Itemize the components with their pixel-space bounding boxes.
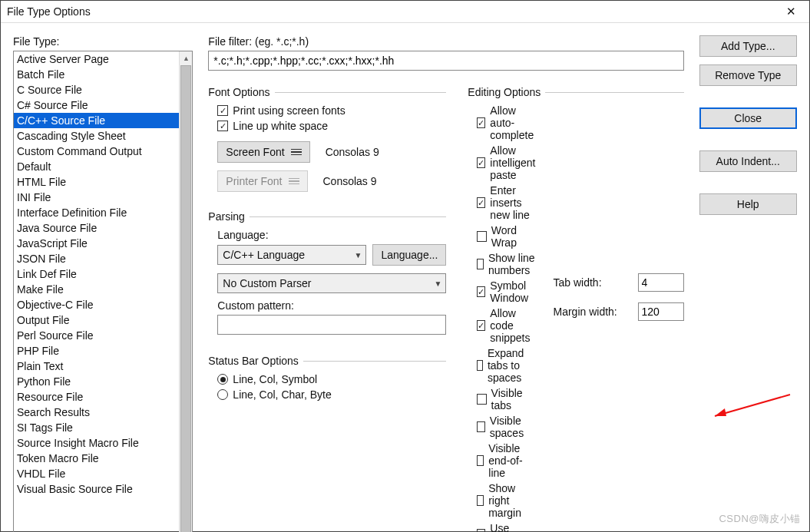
parsing-title: Parsing xyxy=(208,210,244,223)
margin-width-label: Margin width: xyxy=(554,306,617,318)
list-item[interactable]: C/C++ Source File xyxy=(14,113,179,128)
list-item[interactable]: Token Macro File xyxy=(14,451,179,466)
right-button-panel: Add Type... Remove Type Close Auto Inden… xyxy=(699,35,798,532)
custom-parser-combo[interactable]: No Custom Parser▼ xyxy=(217,273,446,293)
chevron-down-icon: ▼ xyxy=(350,251,365,259)
list-item[interactable]: Output File xyxy=(14,312,179,328)
column-right: Editing Options Allow auto-complete Allo… xyxy=(468,86,683,532)
visible-eol-checkbox[interactable] xyxy=(477,455,484,466)
tab-width-input[interactable] xyxy=(638,273,684,292)
custom-pattern-label: Custom pattern: xyxy=(217,299,446,312)
list-item[interactable]: SI Tags File xyxy=(14,420,179,435)
status-opt2-label: Line, Col, Char, Byte xyxy=(233,388,331,401)
status-opt1-label: Line, Col, Symbol xyxy=(233,373,317,385)
enter-inserts-newline-checkbox[interactable] xyxy=(477,197,485,208)
list-item[interactable]: Interface Definition File xyxy=(14,205,179,220)
line-up-whitespace-label: Line up white space xyxy=(233,120,328,132)
list-item[interactable]: JSON File xyxy=(14,251,179,266)
visible-spaces-checkbox[interactable] xyxy=(477,421,484,432)
list-item[interactable]: Active Server Page xyxy=(14,51,179,67)
watermark: CSDN@嗨皮小锚 xyxy=(719,512,801,526)
list-item[interactable]: Python File xyxy=(14,374,179,389)
list-item[interactable]: VHDL File xyxy=(14,466,179,481)
expand-tabs-checkbox[interactable] xyxy=(477,360,483,371)
list-item[interactable]: Cascading Style Sheet xyxy=(14,128,179,144)
list-item[interactable]: Perl Source File xyxy=(14,328,179,343)
printer-font-value: Consolas 9 xyxy=(323,175,377,187)
symbol-window-checkbox[interactable] xyxy=(477,286,485,297)
allow-auto-complete-checkbox[interactable] xyxy=(477,117,485,128)
allow-code-snippets-checkbox[interactable] xyxy=(477,320,485,331)
menu-icon xyxy=(289,177,299,187)
list-item[interactable]: Batch File xyxy=(14,67,179,82)
use-overview-checkbox[interactable] xyxy=(477,529,485,532)
list-item[interactable]: Resource File xyxy=(14,389,179,405)
line-up-whitespace-checkbox[interactable] xyxy=(217,121,228,131)
font-options-title: Font Options xyxy=(208,86,269,98)
print-screen-fonts-checkbox[interactable] xyxy=(217,105,228,116)
word-wrap-checkbox[interactable] xyxy=(477,231,486,242)
list-item[interactable]: Link Def File xyxy=(14,266,179,282)
show-line-numbers-checkbox[interactable] xyxy=(477,259,484,269)
add-type-button[interactable]: Add Type... xyxy=(699,35,798,57)
window-title: File Type Options xyxy=(7,5,774,18)
show-right-margin-checkbox[interactable] xyxy=(477,495,484,506)
scroll-thumb[interactable] xyxy=(180,65,191,532)
list-item[interactable]: Objective-C File xyxy=(14,297,179,312)
scrollbar-vertical[interactable]: ▲ ▼ xyxy=(179,51,192,532)
dialog-content: File Type: Active Server PageBatch FileC… xyxy=(1,23,809,532)
list-item[interactable]: Visual Basic Source File xyxy=(14,481,179,497)
column-left: Font Options Print using screen fonts Li… xyxy=(208,86,446,532)
list-item[interactable]: Java Source File xyxy=(14,220,179,236)
menu-icon xyxy=(291,147,302,157)
list-item[interactable]: C Source File xyxy=(14,82,179,97)
center-panel: File filter: (eg. *.c;*.h) Font Options … xyxy=(208,35,683,532)
close-icon[interactable]: ✕ xyxy=(774,1,808,22)
list-item[interactable]: PHP File xyxy=(14,343,179,359)
language-button[interactable]: Language... xyxy=(372,244,446,266)
list-item[interactable]: Search Results xyxy=(14,405,179,420)
margin-width-input[interactable] xyxy=(638,302,684,321)
list-item[interactable]: Default xyxy=(14,159,179,174)
list-item[interactable]: INI File xyxy=(14,190,179,205)
screen-font-button[interactable]: Screen Font xyxy=(217,141,309,163)
status-linecol-symbol-radio[interactable] xyxy=(217,374,228,385)
titlebar: File Type Options ✕ xyxy=(1,1,809,23)
printer-font-button[interactable]: Printer Font xyxy=(217,170,307,192)
file-filter-input[interactable] xyxy=(208,51,683,71)
scroll-up-icon[interactable]: ▲ xyxy=(180,51,192,64)
remove-type-button[interactable]: Remove Type xyxy=(699,64,798,86)
list-item[interactable]: Make File xyxy=(14,282,179,297)
list-item[interactable]: Source Insight Macro File xyxy=(14,435,179,451)
custom-pattern-input[interactable] xyxy=(217,315,446,335)
visible-tabs-checkbox[interactable] xyxy=(477,394,486,405)
language-combo[interactable]: C/C++ Language▼ xyxy=(217,245,366,265)
list-item[interactable]: Plain Text xyxy=(14,359,179,374)
language-label: Language: xyxy=(217,229,446,241)
status-linecol-char-radio[interactable] xyxy=(217,389,228,400)
file-filter-label: File filter: (eg. *.c;*.h) xyxy=(208,35,683,48)
screen-font-value: Consolas 9 xyxy=(326,146,379,158)
print-screen-fonts-label: Print using screen fonts xyxy=(233,104,345,117)
chevron-down-icon: ▼ xyxy=(430,279,445,288)
editing-options-title: Editing Options xyxy=(468,86,541,98)
file-type-options-dialog: File Type Options ✕ File Type: Active Se… xyxy=(0,0,810,532)
tab-width-label: Tab width: xyxy=(554,276,602,289)
list-item[interactable]: HTML File xyxy=(14,174,179,190)
allow-intelligent-paste-checkbox[interactable] xyxy=(477,157,485,168)
file-type-label: File Type: xyxy=(13,35,193,48)
help-button[interactable]: Help xyxy=(699,193,798,215)
close-button[interactable]: Close xyxy=(699,107,798,129)
list-item[interactable]: C# Source File xyxy=(14,97,179,113)
list-item[interactable]: JavaScript File xyxy=(14,236,179,251)
file-type-listbox[interactable]: Active Server PageBatch FileC Source Fil… xyxy=(13,51,193,532)
list-item[interactable]: Custom Command Output xyxy=(14,144,179,159)
auto-indent-button[interactable]: Auto Indent... xyxy=(699,150,798,172)
left-panel: File Type: Active Server PageBatch FileC… xyxy=(13,35,193,532)
status-bar-title: Status Bar Options xyxy=(208,355,299,367)
